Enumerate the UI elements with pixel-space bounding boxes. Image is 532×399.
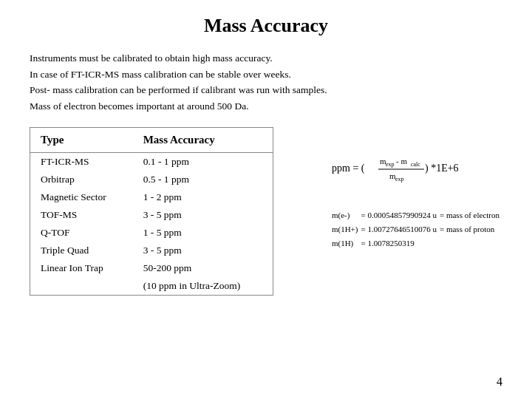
table-row: Magnetic Sector1 - 2 ppm [30, 188, 273, 206]
mass-symbol: m(1H+) [332, 222, 361, 236]
table-cell-type: TOF-MS [30, 206, 133, 224]
formula-svg: ppm = ( m exp - m calc m exp ) *1E+6 [332, 149, 480, 188]
mass-desc: = mass of electron [440, 208, 502, 222]
formula-box: ppm = ( m exp - m calc m exp ) *1E+6 [332, 149, 480, 188]
table-cell-accuracy: 50-200 ppm [133, 259, 273, 277]
table-cell-type: Orbitrap [30, 171, 133, 188]
table-cell-accuracy: 1 - 5 ppm [133, 224, 273, 242]
mass-desc: = mass of proton [440, 222, 502, 236]
intro-line-3: Post- mass calibration can be performed … [30, 82, 502, 98]
col-header-accuracy: Mass Accuracy [133, 128, 273, 153]
table-cell-type: Triple Quad [30, 242, 133, 259]
svg-text:ppm = (: ppm = ( [332, 163, 365, 174]
table-cell-accuracy: 0.1 - 1 ppm [133, 153, 273, 171]
content-area: Type Mass Accuracy FT-ICR-MS0.1 - 1 ppmO… [30, 127, 502, 296]
table-cell-accuracy: 1 - 2 ppm [133, 188, 273, 206]
page-number: 4 [497, 375, 502, 389]
table-cell-accuracy: 3 - 5 ppm [133, 206, 273, 224]
table-row: TOF-MS3 - 5 ppm [30, 206, 273, 224]
mass-accuracy-table: Type Mass Accuracy FT-ICR-MS0.1 - 1 ppmO… [30, 127, 273, 296]
table-cell-accuracy: 3 - 5 ppm [133, 242, 273, 259]
mass-info-row: m(1H)= 1.0078250319 [332, 236, 502, 250]
intro-paragraph: Instruments must be calibrated to obtain… [30, 50, 502, 114]
table-cell-type [30, 277, 133, 296]
mass-info-table: m(e-)= 0.00054857990924 u= mass of elect… [332, 208, 502, 250]
mass-info: m(e-)= 0.00054857990924 u= mass of elect… [332, 208, 502, 250]
slide-title: Mass Accuracy [30, 15, 502, 37]
svg-text:- m: - m [396, 157, 407, 166]
table-section: Type Mass Accuracy FT-ICR-MS0.1 - 1 ppmO… [30, 127, 317, 296]
svg-text:) *1E+6: ) *1E+6 [425, 163, 459, 174]
mass-desc [440, 236, 502, 250]
svg-text:calc: calc [411, 161, 420, 168]
right-section: ppm = ( m exp - m calc m exp ) *1E+6 [332, 127, 502, 296]
table-row: FT-ICR-MS0.1 - 1 ppm [30, 153, 273, 171]
table-cell-accuracy: 0.5 - 1 ppm [133, 171, 273, 188]
table-row: (10 ppm in Ultra-Zoom) [30, 277, 273, 296]
col-header-type: Type [30, 128, 133, 153]
table-cell-accuracy: (10 ppm in Ultra-Zoom) [133, 277, 273, 296]
table-cell-type: Q-TOF [30, 224, 133, 242]
mass-symbol: m(1H) [332, 236, 361, 250]
mass-info-row: m(e-)= 0.00054857990924 u= mass of elect… [332, 208, 502, 222]
intro-line-2: In case of FT-ICR-MS mass calibration ca… [30, 66, 502, 83]
svg-text:exp: exp [395, 176, 404, 183]
mass-symbol: m(e-) [332, 208, 361, 222]
mass-equals: = 1.0078250319 [361, 236, 439, 250]
table-row: Linear Ion Trap50-200 ppm [30, 259, 273, 277]
table-cell-type: Linear Ion Trap [30, 259, 133, 277]
mass-equals: = 0.00054857990924 u [361, 208, 439, 222]
svg-text:exp: exp [386, 161, 395, 168]
table-row: Orbitrap0.5 - 1 ppm [30, 171, 273, 188]
intro-line-1: Instruments must be calibrated to obtain… [30, 50, 502, 66]
intro-line-4: Mass of electron becomes important at ar… [30, 98, 502, 115]
mass-equals: = 1.00727646510076 u [361, 222, 439, 236]
table-row: Q-TOF1 - 5 ppm [30, 224, 273, 242]
table-cell-type: FT-ICR-MS [30, 153, 133, 171]
mass-info-row: m(1H+)= 1.00727646510076 u= mass of prot… [332, 222, 502, 236]
table-row: Triple Quad3 - 5 ppm [30, 242, 273, 259]
table-cell-type: Magnetic Sector [30, 188, 133, 206]
slide-container: Mass Accuracy Instruments must be calibr… [0, 0, 532, 399]
